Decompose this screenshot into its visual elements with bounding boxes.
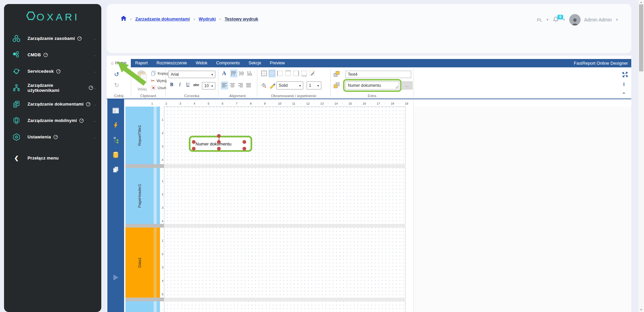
home-icon[interactable] xyxy=(121,16,126,22)
breadcrumb-link-prints[interactable]: Wydruki xyxy=(199,16,216,21)
object-name-input[interactable] xyxy=(345,71,411,78)
band-separator[interactable] xyxy=(125,298,414,301)
resize-handle-bottom[interactable] xyxy=(217,147,221,150)
sidebar-item-cmdb[interactable]: CMDB ⌄ xyxy=(4,47,101,63)
band-label[interactable]: PageHeader1 xyxy=(125,168,154,224)
caret-down-icon[interactable]: ▼ xyxy=(615,18,619,21)
resize-handle-right[interactable] xyxy=(243,140,246,144)
copy-button[interactable]: Kopiuj xyxy=(151,71,168,76)
font-family-select[interactable]: Arial▾ xyxy=(168,71,215,78)
ruler-dot: · xyxy=(159,101,160,105)
font-color-button[interactable]: A xyxy=(222,70,226,77)
sidebar-item-mobile[interactable]: Zarządzanie mobilnymi ⌄ xyxy=(4,112,101,129)
band-content-area[interactable] xyxy=(164,228,406,298)
scrollbar-thumb[interactable] xyxy=(639,4,643,71)
resize-handle-bottom-right[interactable] xyxy=(243,147,246,150)
selected-text-object[interactable]: Numer dokumentu xyxy=(191,137,251,150)
language-selector[interactable]: PL xyxy=(537,17,542,22)
band-label[interactable]: ReportTitle1 xyxy=(125,107,154,164)
group-separator xyxy=(330,69,331,97)
collapse-ribbon-icon[interactable]: ⌃ xyxy=(622,91,626,97)
paste-button[interactable] xyxy=(135,69,150,84)
border-none-button[interactable] xyxy=(268,69,276,77)
font-size-select[interactable]: 10▾ xyxy=(202,82,215,89)
ruler-dot: · xyxy=(215,101,216,105)
data-source-icon[interactable] xyxy=(112,151,120,159)
tab-home[interactable]: ⌂Home xyxy=(107,59,131,67)
expression-more-button[interactable]: ... xyxy=(401,81,413,89)
border-left-button[interactable] xyxy=(276,69,284,77)
align-justify-button[interactable] xyxy=(245,81,252,89)
report-tree-icon[interactable] xyxy=(112,136,120,144)
sidebar-item-label: Ustawienia xyxy=(28,134,51,139)
delete-button[interactable]: × Usuń xyxy=(151,85,166,90)
border-style-select[interactable]: Solid▾ xyxy=(276,81,303,89)
notifications[interactable]: 0 xyxy=(553,16,559,24)
band-content-area[interactable] xyxy=(164,301,406,312)
tab-sekcje[interactable]: Sekcje xyxy=(244,59,266,67)
border-right-button[interactable] xyxy=(292,69,300,77)
valign-bottom-button[interactable] xyxy=(246,69,254,77)
fill-color-button[interactable] xyxy=(260,81,268,89)
breadcrumb-link-documents[interactable]: Zarządzanie dokumentami xyxy=(135,16,190,21)
sidebar-item-servicedesk[interactable]: Servicedesk ⌄ xyxy=(4,63,101,79)
italic-button[interactable]: I xyxy=(176,82,183,87)
strikethrough-button[interactable]: abc xyxy=(192,83,201,87)
sidebar-item-users[interactable]: Zarządzanie użytkownikami ⌄ xyxy=(4,79,101,96)
cut-button[interactable]: ✂ Wytnij xyxy=(151,78,167,83)
properties-panel-icon[interactable] xyxy=(112,107,120,115)
scroll-up-arrow[interactable]: ▲ xyxy=(638,1,644,4)
band-label[interactable]: Data1 xyxy=(125,228,154,298)
resize-handle-bottom-left[interactable] xyxy=(192,147,196,150)
align-center-button[interactable] xyxy=(229,81,236,89)
fullscreen-icon[interactable] xyxy=(621,71,629,78)
valign-center-button[interactable] xyxy=(238,69,246,77)
sidebar-item-documents[interactable]: Zarządzanie dokumentami ⌄ xyxy=(4,96,101,112)
band-content-area[interactable] xyxy=(164,107,406,164)
band-separator[interactable] xyxy=(125,164,414,168)
border-bottom-button[interactable] xyxy=(301,69,308,77)
events-lightning-icon[interactable] xyxy=(112,121,120,129)
sidebar-toggle-menu[interactable]: ❮ Przełącz menu xyxy=(4,150,101,166)
align-left-button[interactable] xyxy=(221,81,228,89)
valign-top-button[interactable] xyxy=(230,69,237,77)
info-icon[interactable]: i xyxy=(623,81,625,87)
scroll-down-arrow[interactable]: ▼ xyxy=(638,308,644,311)
tab-widok[interactable]: Widok xyxy=(191,59,212,67)
redo-button[interactable]: ↻ xyxy=(114,82,119,88)
resize-handle-left[interactable] xyxy=(192,140,196,144)
ribbon-tabbar: ⌂Home Raport Rozmieszczenie Widok Compon… xyxy=(107,59,631,67)
avatar[interactable] xyxy=(569,14,581,25)
align-right-button[interactable] xyxy=(237,81,244,89)
band-separator[interactable] xyxy=(125,224,414,228)
border-all-button[interactable] xyxy=(260,69,268,77)
send-to-back-button[interactable] xyxy=(333,82,340,89)
border-color-brush-button[interactable] xyxy=(268,81,276,89)
notification-badge: 0 xyxy=(557,15,564,19)
bring-to-front-button[interactable] xyxy=(333,71,340,77)
move-handle-center[interactable] xyxy=(217,140,221,144)
border-width-select[interactable]: 1▾ xyxy=(307,81,321,89)
undo-button[interactable]: ↺ xyxy=(114,71,119,77)
ruler-dot: · xyxy=(244,101,245,105)
caret-down-icon[interactable]: ▼ xyxy=(546,18,549,21)
tab-raport[interactable]: Raport xyxy=(131,59,152,67)
preview-play-icon[interactable] xyxy=(112,273,120,282)
border-edit-wand-button[interactable] xyxy=(309,69,316,77)
band-label[interactable] xyxy=(125,301,154,312)
pages-copy-icon[interactable] xyxy=(112,166,120,174)
underline-button[interactable]: U xyxy=(184,82,191,87)
mobile-device-icon xyxy=(12,116,21,125)
bold-button[interactable]: B xyxy=(168,82,175,87)
resize-handle-icon[interactable] xyxy=(395,86,398,88)
tab-rozmieszczenie[interactable]: Rozmieszczenie xyxy=(152,59,191,67)
tab-components[interactable]: Components xyxy=(212,59,244,67)
border-top-button[interactable] xyxy=(284,69,292,77)
page-scrollbar[interactable]: ▲ ▼ xyxy=(638,0,644,312)
sidebar-item-assets[interactable]: Zarządzanie zasobami ⌄ xyxy=(4,30,101,47)
sidebar-item-settings[interactable]: Ustawienia ⌄ xyxy=(4,129,101,145)
tab-preview[interactable]: Preview xyxy=(266,59,289,67)
rotation-handle[interactable] xyxy=(217,134,221,138)
object-text-input[interactable]: Numer dokumentu xyxy=(345,81,399,89)
band-content-area[interactable] xyxy=(164,168,406,224)
